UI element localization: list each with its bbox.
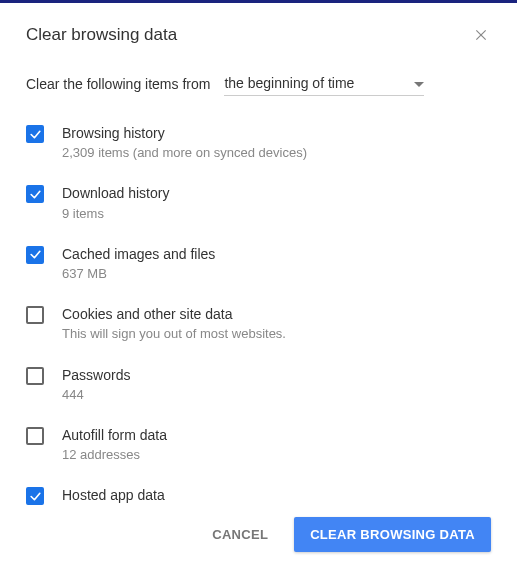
time-range-select[interactable]: the beginning of time (224, 71, 424, 96)
option-subtext: 12 addresses (62, 446, 491, 464)
option-subtext: 637 MB (62, 265, 491, 283)
option-checkbox[interactable] (26, 427, 44, 445)
option-subtext: 9 items (62, 205, 491, 223)
option-checkbox[interactable] (26, 185, 44, 203)
option-label: Cookies and other site data (62, 305, 491, 323)
option-row: Download history9 items (26, 184, 491, 222)
clear-browsing-data-button[interactable]: CLEAR BROWSING DATA (294, 517, 491, 552)
option-subtext: This will sign you out of most websites. (62, 325, 491, 343)
close-icon (474, 28, 488, 42)
option-label: Cached images and files (62, 245, 491, 263)
option-row: Cookies and other site dataThis will sig… (26, 305, 491, 343)
option-row: Passwords444 (26, 366, 491, 404)
option-row: Browsing history2,309 items (and more on… (26, 124, 491, 162)
option-checkbox[interactable] (26, 246, 44, 264)
option-label: Passwords (62, 366, 491, 384)
clear-browsing-data-dialog: Clear browsing data Clear the following … (0, 0, 517, 570)
subheader-row: Clear the following items from the begin… (26, 71, 491, 96)
option-row: Autofill form data12 addresses (26, 426, 491, 464)
option-checkbox[interactable] (26, 487, 44, 505)
chevron-down-icon (414, 75, 424, 91)
option-text: Cookies and other site dataThis will sig… (62, 305, 491, 343)
option-subtext: 10 apps (Cloud Print, Gmail, and 8 more) (62, 506, 491, 509)
option-label: Hosted app data (62, 486, 491, 504)
option-label: Browsing history (62, 124, 491, 142)
option-checkbox[interactable] (26, 306, 44, 324)
option-label: Autofill form data (62, 426, 491, 444)
option-text: Download history9 items (62, 184, 491, 222)
option-subtext: 2,309 items (and more on synced devices) (62, 144, 491, 162)
cancel-button[interactable]: CANCEL (196, 517, 284, 552)
time-range-value: the beginning of time (224, 75, 354, 91)
option-checkbox[interactable] (26, 367, 44, 385)
option-text: Passwords444 (62, 366, 491, 404)
close-button[interactable] (471, 25, 491, 45)
option-text: Cached images and files637 MB (62, 245, 491, 283)
option-text: Browsing history2,309 items (and more on… (62, 124, 491, 162)
dialog-title: Clear browsing data (26, 25, 177, 45)
option-row: Cached images and files637 MB (26, 245, 491, 283)
dialog-footer: CANCEL CLEAR BROWSING DATA (26, 517, 491, 552)
options-list: Browsing history2,309 items (and more on… (26, 124, 491, 509)
option-text: Hosted app data10 apps (Cloud Print, Gma… (62, 486, 491, 509)
subheader-text: Clear the following items from (26, 76, 210, 92)
option-label: Download history (62, 184, 491, 202)
dialog-header: Clear browsing data (26, 25, 491, 45)
option-text: Autofill form data12 addresses (62, 426, 491, 464)
option-subtext: 444 (62, 386, 491, 404)
option-row: Hosted app data10 apps (Cloud Print, Gma… (26, 486, 491, 509)
option-checkbox[interactable] (26, 125, 44, 143)
